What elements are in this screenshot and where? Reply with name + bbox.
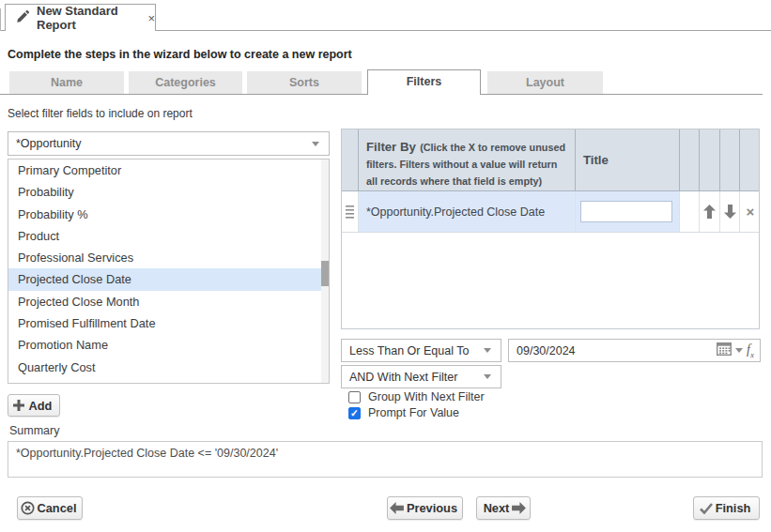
document-tab-new-standard-report[interactable]: New Standard Report ×: [5, 4, 156, 31]
checkbox-checked-icon[interactable]: ✓: [348, 407, 361, 419]
previous-label: Previous: [407, 501, 457, 515]
group-with-next-filter-checkbox[interactable]: Group With Next Filter: [348, 390, 485, 403]
list-item[interactable]: Probability %: [8, 204, 329, 225]
chevron-down-icon: [484, 348, 491, 353]
filter-title-input[interactable]: [580, 201, 672, 222]
checkmark-icon: [700, 503, 713, 514]
header-title: Title: [576, 129, 680, 190]
filter-value-field[interactable]: 09/30/2024 fx: [508, 339, 761, 362]
filter-row-field: *Opportunity.Projected Close Date: [359, 191, 576, 232]
move-up-button[interactable]: [700, 191, 720, 232]
remove-x-icon: ×: [747, 205, 755, 219]
list-item[interactable]: Projected Close Month: [8, 291, 329, 312]
header-spacer: [680, 129, 700, 190]
chevron-down-icon: [312, 142, 319, 146]
list-item[interactable]: Promised Fulfillment Date: [8, 312, 329, 334]
filters-table-empty-area: [342, 233, 759, 329]
list-item[interactable]: Primary Competitor: [8, 160, 329, 181]
tab-layout[interactable]: Layout: [487, 71, 603, 94]
summary-text-box: *Opportunity.Projected Close Date <= '09…: [8, 441, 763, 478]
tab-close-icon[interactable]: ×: [147, 12, 155, 24]
filter-row: *Opportunity.Projected Close Date ×: [342, 191, 759, 233]
list-item[interactable]: Quarterly Revenue: [8, 378, 329, 384]
list-item[interactable]: Quarterly Cost: [8, 357, 329, 378]
list-scrollbar[interactable]: [321, 160, 329, 383]
move-up-icon: [703, 205, 716, 219]
header-filter-by: Filter By (Click the X to remove unused …: [359, 129, 576, 190]
document-tab-title: New Standard Report: [37, 4, 141, 32]
cancel-label: Cancel: [38, 501, 77, 515]
window-edge: [0, 8, 1, 31]
operator-value: Less Than Or Equal To: [342, 344, 484, 357]
summary-label: Summary: [9, 424, 59, 437]
table-select-dropdown[interactable]: *Opportunity: [8, 131, 330, 156]
cancel-circle-x-icon: [21, 501, 35, 515]
list-item[interactable]: Probability: [8, 181, 329, 203]
header-remove-column: [740, 129, 761, 190]
tab-sorts[interactable]: Sorts: [247, 71, 362, 94]
remove-filter-button[interactable]: ×: [740, 191, 761, 232]
report-wizard-window: New Standard Report × Complete the steps…: [0, 0, 771, 532]
drag-handle[interactable]: [342, 191, 359, 232]
operator-dropdown[interactable]: Less Than Or Equal To: [341, 339, 501, 362]
filters-table-header: Filter By (Click the X to remove unused …: [342, 129, 759, 191]
table-select-value: *Opportunity: [8, 137, 312, 150]
field-listbox[interactable]: Primary Competitor Probability Probabili…: [8, 159, 330, 384]
tab-categories[interactable]: Categories: [129, 71, 242, 94]
header-down-column: [720, 129, 740, 190]
combine-dropdown[interactable]: AND With Next Filter: [341, 365, 501, 388]
list-scrollbar-thumb[interactable]: [321, 261, 329, 286]
finish-label: Finish: [716, 501, 751, 515]
list-item[interactable]: Product: [8, 225, 329, 247]
prompt-checkbox-label: Prompt For Value: [368, 406, 459, 419]
add-button-label: Add: [29, 399, 53, 413]
checkbox-unchecked-icon[interactable]: [348, 391, 361, 403]
filter-by-label: Filter By: [366, 140, 416, 154]
header-drag-column: [342, 129, 359, 190]
filter-value-text: 09/30/2024: [509, 344, 717, 357]
previous-button[interactable]: Previous: [387, 496, 463, 520]
next-button[interactable]: Next: [476, 496, 531, 520]
drag-handle-icon: [346, 205, 354, 219]
finish-button[interactable]: Finish: [693, 496, 760, 520]
calendar-icon[interactable]: [717, 342, 732, 359]
list-item[interactable]: Professional Services: [8, 247, 329, 268]
tab-filters[interactable]: Filters: [367, 69, 481, 95]
prompt-for-value-checkbox[interactable]: ✓ Prompt For Value: [348, 406, 459, 419]
chevron-down-icon: [484, 374, 491, 379]
cancel-button[interactable]: Cancel: [17, 496, 83, 520]
combine-value: AND With Next Filter: [342, 371, 484, 384]
add-button[interactable]: Add: [8, 394, 60, 417]
filter-fields-label: Select filter fields to include on repor…: [8, 107, 193, 120]
next-label: Next: [484, 501, 510, 515]
formula-fx-icon[interactable]: fx: [747, 342, 754, 359]
list-item-selected[interactable]: Projected Close Date: [8, 268, 329, 290]
move-down-button[interactable]: [720, 191, 740, 232]
filters-table: Filter By (Click the X to remove unused …: [341, 129, 760, 329]
header-up-column: [700, 129, 720, 190]
filter-row-spacer: [680, 191, 700, 232]
tab-name[interactable]: Name: [9, 71, 124, 94]
pencil-icon: [16, 9, 30, 27]
plus-icon: [13, 400, 24, 411]
wizard-instruction: Complete the steps in the wizard below t…: [8, 48, 352, 61]
arrow-left-icon: [390, 502, 404, 514]
move-down-icon: [724, 205, 736, 219]
arrow-right-icon: [512, 502, 526, 514]
filter-row-title-cell: [576, 191, 680, 232]
calendar-caret-icon[interactable]: [735, 348, 743, 353]
list-item[interactable]: Promotion Name: [8, 334, 329, 356]
group-checkbox-label: Group With Next Filter: [368, 390, 485, 403]
